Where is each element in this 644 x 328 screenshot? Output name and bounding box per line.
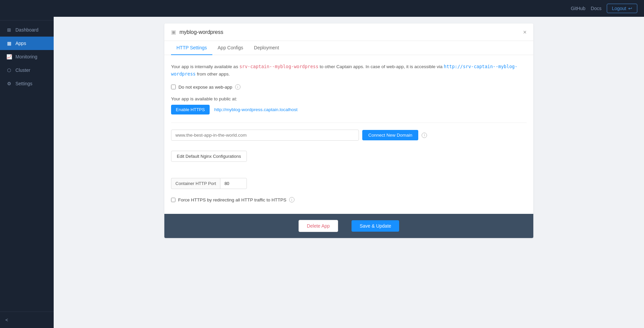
no-expose-row: Do not expose as web-app i <box>171 84 527 90</box>
sidebar-item-label-cluster: Cluster <box>15 67 30 73</box>
cluster-icon: ⬡ <box>6 67 12 73</box>
sidebar-item-apps[interactable]: ▦ Apps <box>0 37 54 50</box>
force-https-row: Force HTTPS by redirecting all HTTP traf… <box>171 197 527 202</box>
sidebar-item-monitoring[interactable]: 📈 Monitoring <box>0 50 54 63</box>
close-icon[interactable]: × <box>523 29 527 35</box>
connect-domain-info-icon[interactable]: i <box>422 133 427 138</box>
sidebar-item-cluster[interactable]: ⬡ Cluster <box>0 63 54 77</box>
apps-icon: ▦ <box>6 41 12 46</box>
public-url-row: Enable HTTPS http://myblog-wordpress.cap… <box>171 105 527 114</box>
github-link[interactable]: GitHub <box>571 6 586 11</box>
container-port-label: Container HTTP Port <box>171 178 220 189</box>
public-available-label: Your app is available to public at: <box>171 96 527 101</box>
divider <box>171 123 527 123</box>
sidebar: CapRover ⊞ Dashboard ▦ Apps 📈 Monitoring… <box>0 0 54 328</box>
docs-link[interactable]: Docs <box>591 6 601 11</box>
enable-https-button[interactable]: Enable HTTPS <box>171 105 210 114</box>
card-title: myblog-wordpress <box>179 29 223 35</box>
force-https-checkbox[interactable] <box>171 198 175 202</box>
delete-app-button[interactable]: Delete App <box>299 220 338 232</box>
sidebar-nav: ⊞ Dashboard ▦ Apps 📈 Monitoring ⬡ Cluste… <box>0 20 54 312</box>
sidebar-item-dashboard[interactable]: ⊞ Dashboard <box>0 23 54 37</box>
public-url-link[interactable]: http://myblog-wordpress.captain.localhos… <box>214 107 298 112</box>
main-content: ▣ myblog-wordpress × HTTP Settings App C… <box>54 17 644 328</box>
internal-availability-text: Your app is internally available as srv-… <box>171 63 527 78</box>
force-https-label: Force HTTPS by redirecting all HTTP traf… <box>178 197 286 202</box>
domain-input[interactable] <box>171 130 359 141</box>
sidebar-item-settings[interactable]: ⚙ Settings <box>0 77 54 90</box>
force-https-info-icon[interactable]: i <box>289 197 294 202</box>
container-port-row: Container HTTP Port <box>171 178 527 189</box>
sidebar-item-label-dashboard: Dashboard <box>15 27 39 33</box>
logout-button[interactable]: Logout ↩ <box>607 4 637 13</box>
sidebar-item-label-apps: Apps <box>15 41 26 46</box>
sidebar-item-label-settings: Settings <box>15 81 33 86</box>
save-update-button[interactable]: Save & Update <box>352 220 399 232</box>
no-expose-info-icon[interactable]: i <box>235 84 240 90</box>
no-expose-checkbox[interactable] <box>171 85 176 89</box>
domain-row: Connect New Domain i <box>171 130 527 141</box>
card-header-left: ▣ myblog-wordpress <box>171 29 223 35</box>
tab-http-settings[interactable]: HTTP Settings <box>171 41 212 55</box>
monitoring-icon: 📈 <box>6 54 12 59</box>
card-header: ▣ myblog-wordpress × <box>164 24 533 41</box>
tab-deployment[interactable]: Deployment <box>249 41 284 55</box>
connect-domain-button[interactable]: Connect New Domain <box>362 130 418 140</box>
tab-bar: HTTP Settings App Configs Deployment <box>164 41 533 55</box>
sidebar-item-label-monitoring: Monitoring <box>15 54 37 59</box>
container-port-input[interactable] <box>220 178 247 189</box>
sidebar-collapse-button[interactable]: < <box>0 312 54 328</box>
dashboard-icon: ⊞ <box>6 27 12 33</box>
internal-service-name: srv-captain--myblog-wordpress <box>239 64 319 69</box>
nginx-config-button[interactable]: Edit Default Nginx Configurations <box>171 151 247 162</box>
no-expose-label: Do not expose as web-app <box>178 85 232 90</box>
app-icon: ▣ <box>171 29 176 35</box>
app-card: ▣ myblog-wordpress × HTTP Settings App C… <box>164 24 533 238</box>
card-body: Your app is internally available as srv-… <box>164 55 533 214</box>
nginx-section: Edit Default Nginx Configurations <box>171 151 527 170</box>
card-footer: Delete App Save & Update <box>164 214 533 238</box>
logout-icon: ↩ <box>628 6 632 11</box>
settings-icon: ⚙ <box>6 81 12 86</box>
tab-app-configs[interactable]: App Configs <box>212 41 249 55</box>
top-navigation: GitHub Docs Logout ↩ <box>0 0 644 17</box>
